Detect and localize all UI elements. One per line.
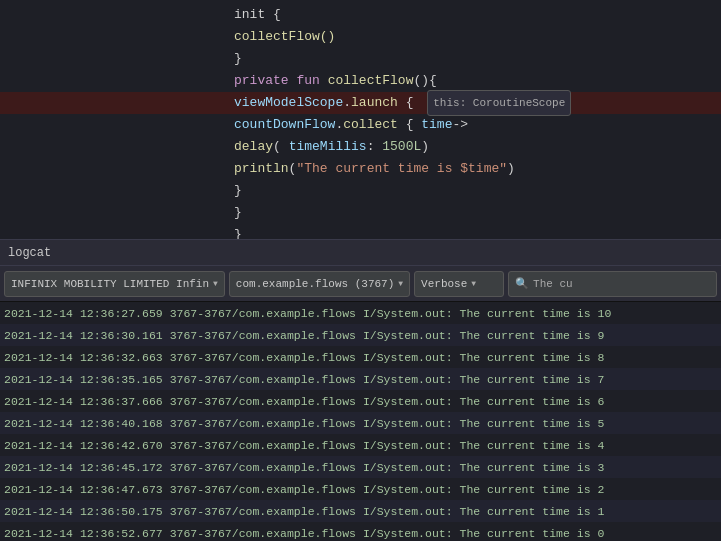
token: collectFlow() xyxy=(234,29,335,44)
log-level: I/System.out: xyxy=(363,307,460,320)
search-text: The cu xyxy=(533,278,573,290)
token: "The current time is $time" xyxy=(296,161,507,176)
log-message: The current time is 2 xyxy=(460,483,605,496)
logcat-toolbar: INFINIX MOBILITY LIMITED Infin ▼ com.exa… xyxy=(0,266,721,302)
code-content: collectFlow() xyxy=(230,26,721,48)
code-line: } xyxy=(0,202,721,224)
token: countDownFlow xyxy=(234,117,335,132)
log-line: 2021-12-14 12:36:42.670 3767-3767/com.ex… xyxy=(0,434,721,456)
code-line: println("The current time is $time") xyxy=(0,158,721,180)
code-line: } xyxy=(0,48,721,70)
token: fun xyxy=(296,73,319,88)
log-timestamp: 2021-12-14 12:36:42.670 xyxy=(4,439,170,452)
log-timestamp: 2021-12-14 12:36:47.673 xyxy=(4,483,170,496)
code-line: init { xyxy=(0,4,721,26)
log-timestamp: 2021-12-14 12:36:27.659 xyxy=(4,307,170,320)
code-line: delay( timeMillis: 1500L) xyxy=(0,136,721,158)
token: println xyxy=(234,161,289,176)
log-message: The current time is 8 xyxy=(460,351,605,364)
log-message: The current time is 5 xyxy=(460,417,605,430)
editor-area: init { collectFlow() } private fun colle… xyxy=(0,0,721,240)
level-dropdown[interactable]: Verbose ▼ xyxy=(414,271,504,297)
token: launch xyxy=(351,95,398,110)
log-pid: 3767-3767/com.example.flows xyxy=(170,439,363,452)
code-line: collectFlow() xyxy=(0,26,721,48)
log-level: I/System.out: xyxy=(363,351,460,364)
code-content: delay( timeMillis: 1500L) xyxy=(230,136,721,158)
log-pid: 3767-3767/com.example.flows xyxy=(170,351,363,364)
log-message: The current time is 1 xyxy=(460,505,605,518)
code-line: } xyxy=(0,180,721,202)
code-content: } xyxy=(230,48,721,70)
log-level: I/System.out: xyxy=(363,439,460,452)
level-label: Verbose xyxy=(421,278,467,290)
token: init xyxy=(234,7,273,22)
search-box[interactable]: 🔍 The cu xyxy=(508,271,717,297)
log-timestamp: 2021-12-14 12:36:52.677 xyxy=(4,527,170,540)
device-label: INFINIX MOBILITY LIMITED Infin xyxy=(11,278,209,290)
level-chevron-icon: ▼ xyxy=(471,279,476,288)
token: 1500L xyxy=(382,139,421,154)
token: private xyxy=(234,73,289,88)
code-line: } xyxy=(0,224,721,240)
log-timestamp: 2021-12-14 12:36:50.175 xyxy=(4,505,170,518)
log-timestamp: 2021-12-14 12:36:45.172 xyxy=(4,461,170,474)
log-area: 2021-12-14 12:36:27.659 3767-3767/com.ex… xyxy=(0,302,721,541)
device-dropdown[interactable]: INFINIX MOBILITY LIMITED Infin ▼ xyxy=(4,271,225,297)
code-content: init { xyxy=(230,4,721,26)
token: -> xyxy=(452,117,468,132)
log-message: The current time is 10 xyxy=(460,307,612,320)
log-line: 2021-12-14 12:36:40.168 3767-3767/com.ex… xyxy=(0,412,721,434)
log-timestamp: 2021-12-14 12:36:35.165 xyxy=(4,373,170,386)
code-content: viewModelScope.launch { this: CoroutineS… xyxy=(230,90,721,116)
log-line: 2021-12-14 12:36:52.677 3767-3767/com.ex… xyxy=(0,522,721,541)
token: time xyxy=(421,117,452,132)
log-message: The current time is 3 xyxy=(460,461,605,474)
token: { xyxy=(398,95,421,110)
log-message: The current time is 6 xyxy=(460,395,605,408)
token xyxy=(320,73,328,88)
code-line: viewModelScope.launch { this: CoroutineS… xyxy=(0,92,721,114)
code-content: println("The current time is $time") xyxy=(230,158,721,180)
token: delay xyxy=(234,139,273,154)
token: timeMillis xyxy=(289,139,367,154)
token: } xyxy=(234,51,242,66)
log-level: I/System.out: xyxy=(363,483,460,496)
package-chevron-icon: ▼ xyxy=(398,279,403,288)
log-pid: 3767-3767/com.example.flows xyxy=(170,395,363,408)
token: ) xyxy=(507,161,515,176)
log-pid: 3767-3767/com.example.flows xyxy=(170,483,363,496)
log-message: The current time is 7 xyxy=(460,373,605,386)
log-line: 2021-12-14 12:36:30.161 3767-3767/com.ex… xyxy=(0,324,721,346)
token: : xyxy=(367,139,383,154)
log-message: The current time is 9 xyxy=(460,329,605,342)
log-level: I/System.out: xyxy=(363,329,460,342)
log-line: 2021-12-14 12:36:32.663 3767-3767/com.ex… xyxy=(0,346,721,368)
log-line: 2021-12-14 12:36:50.175 3767-3767/com.ex… xyxy=(0,500,721,522)
log-level: I/System.out: xyxy=(363,417,460,430)
log-pid: 3767-3767/com.example.flows xyxy=(170,505,363,518)
code-line: private fun collectFlow(){ xyxy=(0,70,721,92)
log-line: 2021-12-14 12:36:35.165 3767-3767/com.ex… xyxy=(0,368,721,390)
log-level: I/System.out: xyxy=(363,505,460,518)
package-dropdown[interactable]: com.example.flows (3767) ▼ xyxy=(229,271,410,297)
token: collect xyxy=(343,117,398,132)
token: } xyxy=(234,205,242,220)
log-level: I/System.out: xyxy=(363,461,460,474)
code-line: countDownFlow.collect { time-> xyxy=(0,114,721,136)
logcat-bar: logcat xyxy=(0,240,721,266)
token: { xyxy=(273,7,281,22)
token: ) xyxy=(421,139,429,154)
log-timestamp: 2021-12-14 12:36:37.666 xyxy=(4,395,170,408)
log-line: 2021-12-14 12:36:47.673 3767-3767/com.ex… xyxy=(0,478,721,500)
log-timestamp: 2021-12-14 12:36:30.161 xyxy=(4,329,170,342)
log-timestamp: 2021-12-14 12:36:32.663 xyxy=(4,351,170,364)
log-level: I/System.out: xyxy=(363,395,460,408)
code-content: countDownFlow.collect { time-> xyxy=(230,114,721,136)
code-content: } xyxy=(230,224,721,240)
token: } xyxy=(234,227,242,240)
code-content: } xyxy=(230,180,721,202)
log-message: The current time is 4 xyxy=(460,439,605,452)
log-pid: 3767-3767/com.example.flows xyxy=(170,373,363,386)
token: } xyxy=(234,183,242,198)
